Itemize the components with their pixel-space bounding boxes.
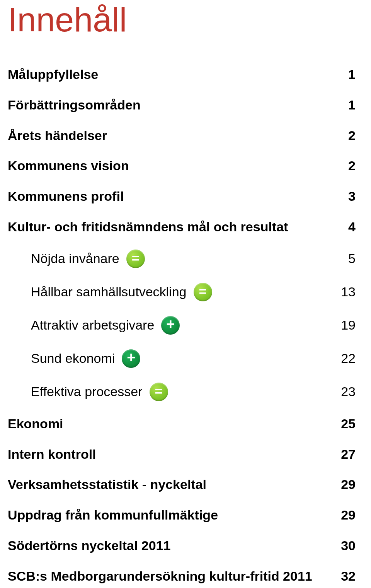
toc-row-left: Verksamhetsstatistik - nyckeltal xyxy=(8,477,206,492)
toc-page-number: 23 xyxy=(339,384,356,400)
toc-row-left: Hållbar samhällsutveckling xyxy=(31,283,212,301)
toc-row-left: Intern kontroll xyxy=(8,446,96,462)
toc-label: Verksamhetsstatistik - nyckeltal xyxy=(8,477,206,492)
toc-row-left: Kommunens profil xyxy=(8,188,124,204)
toc-row-left: Förbättringsområden xyxy=(8,97,141,113)
toc-page-number: 4 xyxy=(339,219,356,235)
toc-page-number: 25 xyxy=(339,416,356,432)
toc-row[interactable]: Förbättringsområden1 xyxy=(8,97,356,113)
equals-icon-glyph xyxy=(199,283,207,299)
toc-row-left: Effektiva processer xyxy=(31,383,168,401)
toc-label: Måluppfyllelse xyxy=(8,67,98,82)
toc-page-number: 13 xyxy=(339,284,356,300)
toc-page-number: 19 xyxy=(339,317,356,333)
toc-row[interactable]: Intern kontroll27 xyxy=(8,446,356,462)
toc-label: Förbättringsområden xyxy=(8,97,141,113)
equals-icon-glyph xyxy=(132,250,140,266)
toc-page-number: 27 xyxy=(339,446,356,462)
page-container: Innehåll Måluppfyllelse1Förbättringsområ… xyxy=(0,0,371,588)
toc-page-number: 2 xyxy=(339,128,356,144)
equals-icon xyxy=(126,250,145,268)
toc-row-left: Ekonomi xyxy=(8,416,63,432)
toc-page-number: 3 xyxy=(339,188,356,204)
toc-row[interactable]: Måluppfyllelse1 xyxy=(8,67,356,82)
toc-page-number: 32 xyxy=(339,568,356,584)
toc-row-left: Kommunens vision xyxy=(8,158,129,174)
plus-icon xyxy=(161,316,180,335)
toc-page-number: 1 xyxy=(339,97,356,113)
equals-icon xyxy=(194,283,212,301)
toc-row[interactable]: Ekonomi25 xyxy=(8,416,356,432)
toc-row-left: Kultur- och fritidsnämndens mål och resu… xyxy=(8,219,288,235)
toc-row[interactable]: Attraktiv arbetsgivare19 xyxy=(31,316,356,335)
toc-row-left: SCB:s Medborgarundersökning kultur-friti… xyxy=(8,568,312,584)
toc-row[interactable]: SCB:s Medborgarundersökning kultur-friti… xyxy=(8,568,356,584)
toc-row-left: Årets händelser xyxy=(8,128,107,144)
toc-page-number: 30 xyxy=(339,538,356,554)
toc-row[interactable]: Kommunens vision2 xyxy=(8,158,356,174)
toc-page-number: 29 xyxy=(339,477,356,492)
toc-row[interactable]: Hållbar samhällsutveckling13 xyxy=(31,283,356,301)
toc-label: Intern kontroll xyxy=(8,446,96,462)
toc-label: Kommunens profil xyxy=(8,188,124,204)
toc-page-number: 5 xyxy=(339,251,356,267)
toc-label: Sund ekonomi xyxy=(31,350,115,366)
plus-icon-glyph xyxy=(127,349,135,366)
toc-label: Uppdrag från kommunfullmäktige xyxy=(8,507,218,523)
toc-row[interactable]: Södertörns nyckeltal 201130 xyxy=(8,538,356,554)
toc-page-number: 2 xyxy=(339,158,356,174)
toc-page-number: 1 xyxy=(339,67,356,82)
toc-page-number: 29 xyxy=(339,507,356,523)
plus-icon-glyph xyxy=(166,316,175,333)
toc-row-left: Attraktiv arbetsgivare xyxy=(31,316,180,335)
toc-row-left: Sund ekonomi xyxy=(31,349,140,368)
page-title: Innehåll xyxy=(8,0,356,39)
toc-row-left: Södertörns nyckeltal 2011 xyxy=(8,538,170,554)
toc-row[interactable]: Sund ekonomi22 xyxy=(31,349,356,368)
toc-label: Attraktiv arbetsgivare xyxy=(31,317,154,333)
equals-icon-glyph xyxy=(155,383,163,399)
toc-label: Hållbar samhällsutveckling xyxy=(31,284,187,300)
toc-label: Årets händelser xyxy=(8,128,107,144)
equals-icon xyxy=(150,383,168,401)
toc-label: Effektiva processer xyxy=(31,384,143,400)
toc-row[interactable]: Verksamhetsstatistik - nyckeltal29 xyxy=(8,477,356,492)
toc-row[interactable]: Årets händelser2 xyxy=(8,128,356,144)
toc-row-left: Nöjda invånare xyxy=(31,250,145,268)
toc-row[interactable]: Kommunens profil3 xyxy=(8,188,356,204)
toc-row[interactable]: Nöjda invånare5 xyxy=(31,250,356,268)
toc-row-left: Uppdrag från kommunfullmäktige xyxy=(8,507,218,523)
plus-icon xyxy=(122,349,140,368)
toc-page-number: 22 xyxy=(339,350,356,366)
toc-row-left: Måluppfyllelse xyxy=(8,67,98,82)
table-of-contents: Måluppfyllelse1Förbättringsområden1Årets… xyxy=(8,67,356,584)
toc-label: Kommunens vision xyxy=(8,158,129,174)
toc-row[interactable]: Effektiva processer23 xyxy=(31,383,356,401)
toc-row[interactable]: Uppdrag från kommunfullmäktige29 xyxy=(8,507,356,523)
toc-label: SCB:s Medborgarundersökning kultur-friti… xyxy=(8,568,312,584)
toc-label: Ekonomi xyxy=(8,416,63,432)
toc-label: Södertörns nyckeltal 2011 xyxy=(8,538,170,554)
toc-label: Kultur- och fritidsnämndens mål och resu… xyxy=(8,219,288,235)
toc-row[interactable]: Kultur- och fritidsnämndens mål och resu… xyxy=(8,219,356,235)
toc-label: Nöjda invånare xyxy=(31,251,119,267)
